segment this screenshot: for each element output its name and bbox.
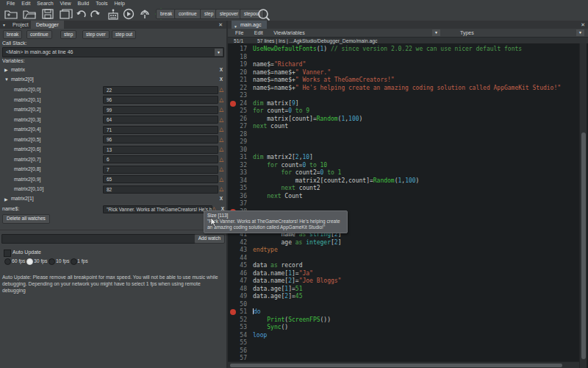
line-number[interactable]: 22 [229, 85, 247, 93]
search-icon[interactable] [256, 8, 272, 21]
debugger-continue-button[interactable]: continue [26, 30, 52, 39]
code-line[interactable]: 18 [229, 54, 579, 62]
line-number[interactable]: 46 [229, 270, 247, 278]
code-line[interactable]: 43endtype [229, 247, 579, 255]
close-editor-icon[interactable]: ✕ [581, 22, 585, 28]
watch-triangle-icon[interactable]: △ [219, 86, 223, 93]
line-number[interactable]: 52 [229, 316, 247, 325]
line-number[interactable]: 49 [229, 293, 247, 301]
expand-icon[interactable]: ▶ [4, 197, 8, 202]
code-line[interactable]: 30 [229, 146, 579, 155]
code-line[interactable]: 49data.age[2]=45 [229, 293, 579, 301]
editor-menu-edit[interactable]: Edit [254, 29, 263, 37]
delete-all-watches-button[interactable]: Delete all watches [2, 214, 50, 224]
types-dropdown[interactable]: Types [460, 29, 474, 37]
call-stack-dropdown[interactable]: <Main> in main.agc at line 46 ▼ [2, 47, 224, 57]
var-value[interactable]: 7 [103, 166, 218, 174]
menu-search[interactable]: Search [37, 0, 53, 7]
code-line[interactable]: 50 [229, 301, 579, 309]
fps-radio-30-fps[interactable] [26, 258, 33, 265]
menu-help[interactable]: Help [115, 0, 125, 7]
debugger-step-button[interactable]: step [60, 30, 76, 39]
code-line[interactable]: 32 for count=0 to 10 [229, 162, 579, 170]
code-line[interactable]: 20name$=name$+" Vanner." [229, 69, 579, 77]
code-line[interactable]: 25for count=0 to 9 [229, 107, 579, 116]
line-number[interactable]: 56 [229, 347, 247, 355]
line-number[interactable]: 34 [229, 177, 247, 185]
line-number[interactable]: 28 [229, 131, 247, 139]
code-line[interactable]: 21name$=name$+" Works at TheGameCreators… [229, 77, 579, 85]
code-line[interactable]: 31dim matrix2[2,10] [229, 154, 579, 162]
add-watch-button[interactable]: Add watch [194, 234, 225, 244]
code-line[interactable]: 26 matrix[count]=Random(1,100) [229, 116, 579, 124]
code-line[interactable]: 53 Sync() [229, 324, 579, 332]
line-number[interactable]: 26 [229, 116, 247, 124]
watch-triangle-icon[interactable]: △ [219, 146, 223, 152]
fps-radio-60-fps[interactable] [4, 258, 11, 265]
toolbar-stepover-button[interactable]: stepover [215, 9, 243, 19]
line-number[interactable]: 17 [229, 46, 247, 54]
var-value[interactable]: 71 [103, 126, 218, 134]
line-number[interactable]: 33 [229, 169, 247, 177]
line-number[interactable]: 37 [229, 200, 247, 208]
tab-debugger[interactable]: Debugger [31, 21, 64, 29]
var-value[interactable]: 6 [103, 155, 218, 163]
watch-triangle-icon[interactable]: △ [219, 176, 223, 183]
watch-triangle-icon[interactable]: △ [219, 126, 223, 132]
line-number[interactable]: 42 [229, 239, 247, 247]
menu-file[interactable]: File [7, 0, 15, 7]
line-number[interactable]: 24 [229, 100, 247, 108]
remove-var-button[interactable]: X [220, 196, 223, 201]
watch-triangle-icon[interactable]: △ [219, 116, 223, 123]
code-line[interactable]: 45data as record [229, 262, 579, 270]
code-line[interactable]: 33 for count2=0 to 1 [229, 169, 579, 177]
remove-var-button[interactable]: X [220, 77, 223, 82]
var-value[interactable]: 82 [103, 185, 218, 194]
code-line[interactable]: 47data.name[2]="Joe Bloggs" [229, 277, 579, 286]
panel-dropdown-icon[interactable]: ▼ [2, 23, 6, 27]
code-line[interactable]: 48data.age[1]=51 [229, 286, 579, 294]
menu-view[interactable]: View [60, 0, 71, 7]
save-all-icon[interactable] [59, 8, 74, 20]
code-line[interactable]: 22name$=name$+" He's helping create an a… [229, 85, 579, 93]
horizontal-scrollbar-thumb[interactable] [230, 364, 562, 367]
line-number[interactable]: 48 [229, 286, 247, 294]
menu-edit[interactable]: Edit [21, 0, 30, 7]
expand-icon[interactable]: ▶ [4, 67, 8, 72]
debugger-break-button[interactable]: break [3, 30, 22, 39]
toolbar-continue-button[interactable]: continue [174, 9, 201, 19]
code-line[interactable]: 23 [229, 92, 579, 100]
watch-triangle-icon[interactable]: △ [219, 185, 223, 192]
line-number[interactable]: 55 [229, 339, 247, 347]
menu-build[interactable]: Build [78, 0, 90, 7]
code-line[interactable]: 17UseNewDefaultFonts(1) // since version… [229, 46, 579, 54]
code-line[interactable]: 55 [229, 339, 579, 347]
code-line[interactable]: 19name$="Richard" [229, 61, 579, 69]
fps-radio-10-fps[interactable] [49, 258, 55, 265]
var-value[interactable]: 13 [103, 146, 218, 154]
tab-project[interactable]: Project [7, 21, 34, 29]
variables-dropdown[interactable]: Variables [284, 29, 305, 37]
run-icon[interactable] [122, 8, 135, 20]
var-value[interactable]: 96 [103, 135, 218, 144]
line-number[interactable]: 31 [229, 154, 247, 162]
redo-icon[interactable] [89, 8, 101, 20]
code-line[interactable]: 54loop [229, 332, 579, 340]
tab-main-agc[interactable]: ▼ main.agc [232, 21, 267, 29]
line-number[interactable]: 32 [229, 162, 247, 170]
var-value[interactable]: 22 [103, 86, 218, 94]
var-value[interactable]: "Rick Vanner. Works at TheGameCreators! … [103, 205, 212, 213]
chevron-down-icon[interactable]: ▼ [215, 49, 223, 56]
var-value[interactable]: 65 [103, 175, 218, 183]
code-line[interactable]: 42 age as integer[2] [229, 239, 579, 247]
var-value[interactable]: 64 [103, 116, 218, 124]
var-value[interactable]: 96 [103, 96, 218, 104]
close-panel-icon[interactable]: ✕ [218, 22, 223, 28]
undo-icon[interactable] [76, 8, 87, 20]
variables-dropdown-arrow-icon[interactable]: ▼ [432, 29, 440, 36]
horizontal-scrollbar[interactable] [228, 361, 579, 368]
code-line[interactable]: 51do [229, 308, 579, 316]
line-number[interactable]: 30 [229, 146, 247, 155]
vertical-scrollbar[interactable] [579, 43, 587, 368]
fps-radio-1-fps[interactable] [71, 258, 77, 265]
